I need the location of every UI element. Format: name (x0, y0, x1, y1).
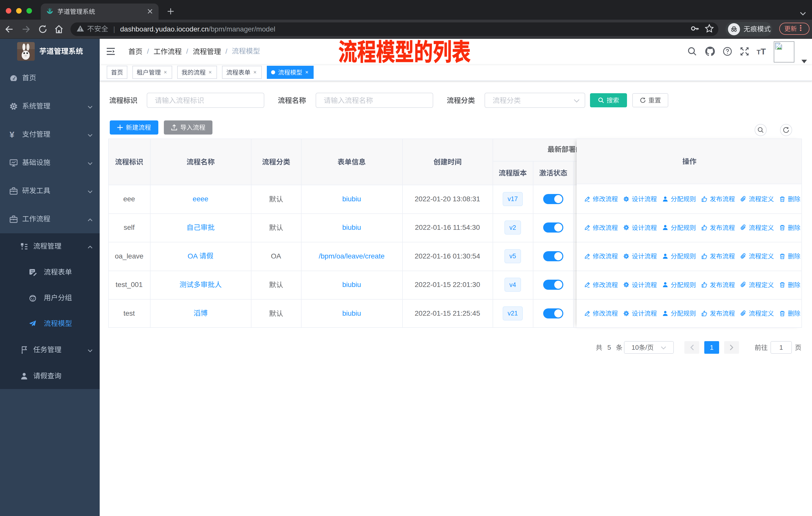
svg-text:T: T (761, 47, 766, 55)
svg-text:T: T (757, 48, 761, 55)
